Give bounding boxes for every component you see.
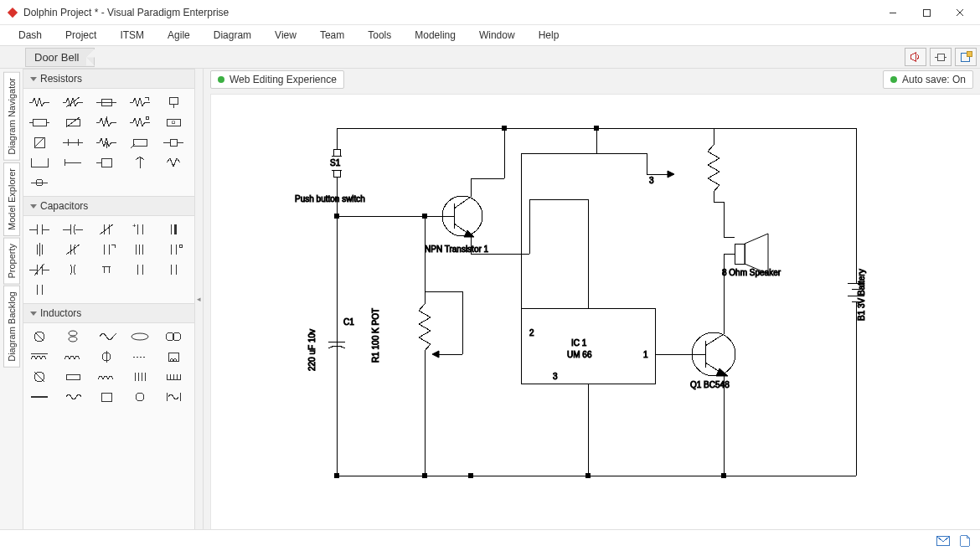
canvas-scroll[interactable]: S1 Push button switch (204, 90, 980, 529)
shape-capacitor[interactable] (27, 221, 52, 238)
left-tab-property[interactable]: Property (3, 238, 20, 285)
left-tab-diagram-navigator[interactable]: Diagram Navigator (3, 72, 20, 161)
maximize-button[interactable] (910, 1, 943, 24)
shape-resistor[interactable] (94, 94, 119, 111)
panel-splitter[interactable] (195, 69, 204, 529)
shape-resistor[interactable] (60, 114, 85, 131)
shape-resistor[interactable] (127, 114, 152, 131)
svg-text:NPN Transistor 1: NPN Transistor 1 (425, 245, 489, 254)
palette-section-capacitors[interactable]: Capacitors (23, 196, 194, 216)
svg-rect-92 (168, 353, 178, 361)
shape-capacitor[interactable] (161, 241, 186, 258)
shape-capacitor[interactable] (161, 261, 186, 278)
shape-inductor[interactable] (94, 389, 119, 405)
shape-capacitor[interactable] (94, 241, 119, 258)
mail-icon[interactable] (936, 535, 950, 547)
breadcrumb-bar: Door Bell (0, 45, 980, 69)
announce-icon[interactable] (905, 48, 926, 66)
shape-capacitor[interactable] (60, 261, 85, 278)
menu-itsm[interactable]: ITSM (108, 26, 156, 44)
breadcrumb[interactable]: Door Bell (25, 48, 95, 67)
diagram-canvas[interactable]: S1 Push button switch (210, 94, 980, 529)
shape-inductor[interactable] (161, 389, 186, 405)
shape-resistor[interactable] (127, 94, 152, 111)
shape-capacitor[interactable] (127, 261, 152, 278)
shape-inductor[interactable] (27, 328, 52, 345)
shape-resistor[interactable] (94, 134, 119, 151)
left-tab-model-explorer[interactable]: Model Explorer (3, 162, 20, 236)
svg-rect-52 (174, 224, 177, 234)
shape-resistor[interactable]: Ω (161, 114, 186, 131)
menu-project[interactable]: Project (54, 26, 108, 44)
shape-resistor[interactable] (161, 134, 186, 151)
shape-inductor[interactable] (127, 348, 152, 365)
shape-resistor[interactable] (60, 134, 85, 151)
left-tab-diagram-backlog[interactable]: Diagram Backlog (3, 286, 20, 368)
svg-rect-182 (735, 244, 745, 264)
shape-inductor[interactable] (161, 368, 186, 385)
shape-resistor[interactable] (27, 134, 52, 151)
shape-capacitor[interactable] (27, 261, 52, 278)
menu-tools[interactable]: Tools (356, 26, 403, 44)
close-button[interactable] (943, 1, 977, 24)
shape-resistor[interactable] (127, 154, 152, 171)
shape-inductor[interactable] (161, 348, 186, 365)
palette-section-inductors[interactable]: Inductors (23, 303, 194, 323)
shape-inductor[interactable] (60, 328, 85, 345)
shape-inductor[interactable] (27, 348, 52, 365)
shape-inductor[interactable] (60, 368, 85, 385)
shape-resistor[interactable] (27, 154, 52, 171)
new-diagram-icon[interactable] (955, 48, 977, 66)
shape-capacitor[interactable] (27, 241, 52, 258)
menu-dash[interactable]: Dash (7, 26, 54, 44)
shape-resistor[interactable] (94, 154, 119, 171)
shape-capacitor[interactable] (27, 281, 52, 298)
menu-diagram[interactable]: Diagram (202, 26, 263, 44)
palette-section-resistors[interactable]: Resistors (23, 69, 194, 89)
shape-capacitor[interactable] (60, 241, 85, 258)
svg-text:1: 1 (643, 350, 648, 359)
shape-resistor[interactable] (27, 174, 52, 191)
shape-resistor[interactable] (60, 94, 85, 111)
menu-agile[interactable]: Agile (156, 26, 202, 44)
shape-capacitor[interactable] (127, 241, 152, 258)
svg-text:8 Ohm Speaker: 8 Ohm Speaker (722, 268, 781, 277)
menu-view[interactable]: View (263, 26, 308, 44)
shape-inductor[interactable] (94, 328, 119, 345)
menu-help[interactable]: Help (527, 26, 571, 44)
shape-capacitor[interactable]: + (127, 221, 152, 238)
shape-inductor[interactable] (94, 348, 119, 365)
shape-inductor[interactable] (27, 389, 52, 405)
svg-line-25 (34, 137, 44, 147)
shape-inductor[interactable] (94, 368, 119, 385)
shape-capacitor[interactable] (94, 221, 119, 238)
shape-resistor[interactable] (127, 134, 152, 151)
shape-inductor[interactable] (127, 389, 152, 405)
web-editing-pill[interactable]: Web Editing Experience (210, 70, 344, 89)
shape-inductor[interactable] (127, 368, 152, 385)
shape-inductor[interactable] (60, 348, 85, 365)
shape-capacitor[interactable] (161, 221, 186, 238)
shape-inductor[interactable] (60, 389, 85, 405)
minimize-button[interactable] (876, 1, 910, 24)
shape-resistor[interactable] (27, 114, 52, 131)
shape-inductor[interactable] (127, 328, 152, 345)
svg-rect-115 (333, 170, 340, 177)
note-icon[interactable] (958, 535, 972, 547)
shape-capacitor[interactable] (94, 261, 119, 278)
menu-window[interactable]: Window (467, 26, 527, 44)
shape-inductor[interactable] (161, 328, 186, 345)
svg-text:Push button switch: Push button switch (295, 194, 365, 203)
shape-inductor[interactable] (27, 368, 52, 385)
menu-modeling[interactable]: Modeling (403, 26, 467, 44)
autosave-pill[interactable]: Auto save: On (883, 70, 973, 89)
fit-width-icon[interactable] (930, 48, 952, 66)
shape-resistor[interactable] (161, 94, 186, 111)
shape-resistor[interactable] (94, 114, 119, 131)
shape-resistor[interactable] (161, 154, 186, 171)
shape-resistor[interactable] (60, 154, 85, 171)
svg-rect-15 (33, 119, 46, 126)
shape-capacitor[interactable] (60, 221, 85, 238)
shape-resistor[interactable] (27, 94, 52, 111)
menu-team[interactable]: Team (308, 26, 356, 44)
